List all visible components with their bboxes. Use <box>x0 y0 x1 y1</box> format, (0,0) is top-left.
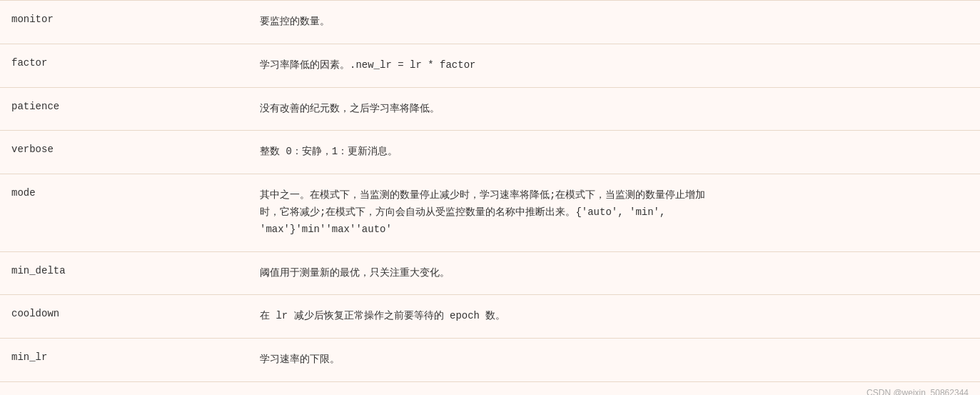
param-name: verbose <box>0 131 243 174</box>
param-name: monitor <box>0 1 243 44</box>
param-description: 整数 0：安静，1：更新消息。 <box>243 131 980 174</box>
table-row: cooldown在 lr 减少后恢复正常操作之前要等待的 epoch 数。 <box>0 295 980 339</box>
table-row: min_lr学习速率的下限。 <box>0 339 980 382</box>
param-name: mode <box>0 174 243 251</box>
watermark: CSDN @weixin_50862344 <box>0 382 980 395</box>
table-row: mode其中之一。在模式下，当监测的数量停止减少时，学习速率将降低;在模式下，当… <box>0 174 980 251</box>
table-row: monitor要监控的数量。 <box>0 1 980 44</box>
param-name: patience <box>0 87 243 131</box>
table-row: patience没有改善的纪元数，之后学习率将降低。 <box>0 87 980 131</box>
table-row: factor学习率降低的因素。.new_lr = lr * factor <box>0 44 980 87</box>
param-name: min_lr <box>0 339 243 382</box>
param-description: 学习速率的下限。 <box>243 339 980 382</box>
param-name: factor <box>0 44 243 87</box>
param-description: 阈值用于测量新的最优，只关注重大变化。 <box>243 251 980 295</box>
param-description: 没有改善的纪元数，之后学习率将降低。 <box>243 87 980 131</box>
parameter-table: monitor要监控的数量。factor学习率降低的因素。.new_lr = l… <box>0 0 980 395</box>
table-row: min_delta阈值用于测量新的最优，只关注重大变化。 <box>0 251 980 295</box>
param-description: 其中之一。在模式下，当监测的数量停止减少时，学习速率将降低;在模式下，当监测的数… <box>243 174 980 251</box>
param-description: 要监控的数量。 <box>243 1 980 44</box>
param-name: cooldown <box>0 295 243 339</box>
param-description: 学习率降低的因素。.new_lr = lr * factor <box>243 44 980 87</box>
param-description: 在 lr 减少后恢复正常操作之前要等待的 epoch 数。 <box>243 295 980 339</box>
table-row: verbose整数 0：安静，1：更新消息。 <box>0 131 980 174</box>
param-name: min_delta <box>0 251 243 295</box>
